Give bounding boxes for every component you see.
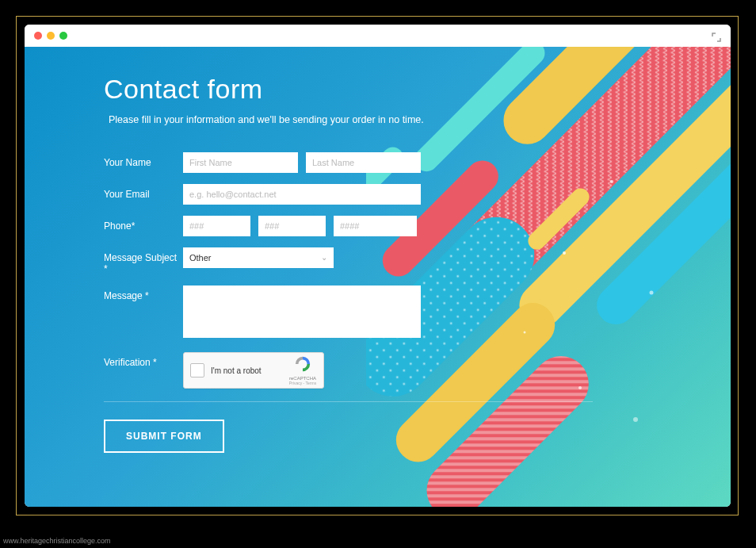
message-textarea[interactable]: [183, 285, 421, 338]
window-titlebar: [25, 25, 731, 47]
label-verification: Verification *: [104, 352, 183, 368]
row-name: Your Name: [104, 152, 731, 173]
form-divider: [104, 401, 593, 402]
row-message: Message *: [104, 285, 731, 338]
expand-icon[interactable]: [712, 31, 721, 45]
watermark-text: www.heritagechristiancollege.com: [3, 537, 111, 545]
form-content: Contact form Please fill in your informa…: [25, 47, 731, 453]
recaptcha-terms: Privacy - Terms: [288, 381, 317, 385]
label-subject: Message Subject *: [104, 247, 183, 274]
label-phone: Phone*: [104, 216, 183, 232]
row-email: Your Email: [104, 184, 731, 205]
traffic-lights: [34, 32, 67, 40]
page-title: Contact form: [104, 74, 731, 105]
recaptcha-label: I'm not a robot: [211, 366, 282, 375]
contact-form: Your Name Your Email Phone*: [104, 152, 731, 453]
row-subject: Message Subject * Other ⌄: [104, 247, 731, 274]
first-name-input[interactable]: [183, 152, 298, 173]
recaptcha-checkbox[interactable]: [190, 363, 204, 377]
label-email: Your Email: [104, 184, 183, 200]
label-message: Message *: [104, 285, 183, 301]
subject-select[interactable]: Other: [183, 247, 334, 268]
phone-part1-input[interactable]: [183, 216, 250, 236]
phone-part3-input[interactable]: [334, 216, 417, 236]
recaptcha-icon: [293, 355, 312, 373]
page-subtitle: Please fill in your information and we'l…: [109, 114, 731, 125]
close-icon[interactable]: [34, 32, 42, 40]
row-phone: Phone*: [104, 216, 731, 236]
submit-button[interactable]: SUBMIT FORM: [104, 420, 224, 453]
page-viewport: Contact form Please fill in your informa…: [25, 47, 731, 507]
phone-part2-input[interactable]: [258, 216, 326, 236]
minimize-icon[interactable]: [47, 32, 55, 40]
row-verification: Verification * I'm not a robot reCAPTCHA…: [104, 352, 731, 389]
recaptcha-widget: I'm not a robot reCAPTCHA Privacy - Term…: [183, 352, 324, 389]
maximize-icon[interactable]: [59, 32, 67, 40]
email-input[interactable]: [183, 184, 421, 205]
recaptcha-badge: reCAPTCHA Privacy - Terms: [288, 355, 317, 385]
last-name-input[interactable]: [306, 152, 421, 173]
label-name: Your Name: [104, 152, 183, 168]
browser-window: Contact form Please fill in your informa…: [25, 25, 731, 507]
